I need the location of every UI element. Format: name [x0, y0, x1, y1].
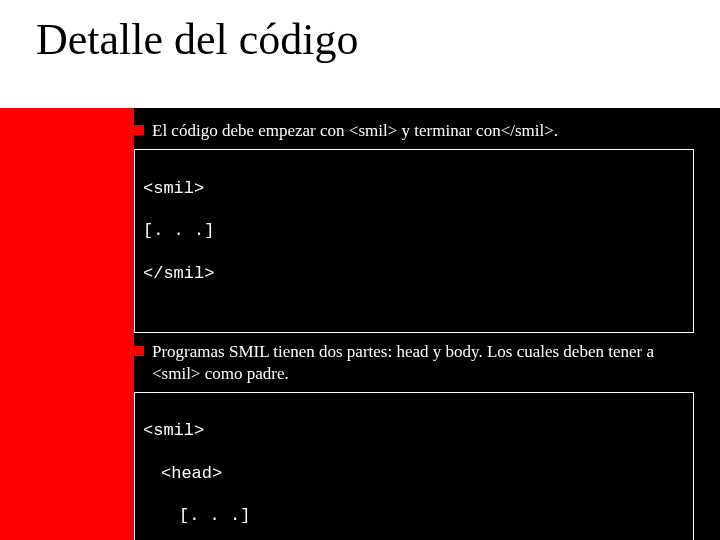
code-line: <smil>	[143, 420, 685, 441]
bullet-item: Programas SMIL tienen dos partes: head y…	[134, 341, 694, 384]
code-line: [. . .]	[143, 220, 685, 241]
code-block-2: <smil> <head> [. . .] </head> <body> [. …	[134, 392, 694, 540]
bullet-item: El código debe empezar con <smil> y term…	[134, 120, 694, 141]
paragraph-text: El código debe empezar con <smil> y term…	[152, 120, 558, 141]
code-line: </smil>	[143, 263, 685, 284]
code-line: <head>	[161, 463, 685, 484]
code-line: [. . .]	[179, 505, 685, 526]
code-line: <smil>	[143, 178, 685, 199]
slide-content: El código debe empezar con <smil> y term…	[134, 120, 694, 540]
code-block-1: <smil> [. . .] </smil>	[134, 149, 694, 333]
slide-title: Detalle del código	[36, 14, 359, 65]
bullet-icon	[134, 346, 144, 356]
paragraph-text: Programas SMIL tienen dos partes: head y…	[152, 341, 694, 384]
bullet-icon	[134, 125, 144, 135]
